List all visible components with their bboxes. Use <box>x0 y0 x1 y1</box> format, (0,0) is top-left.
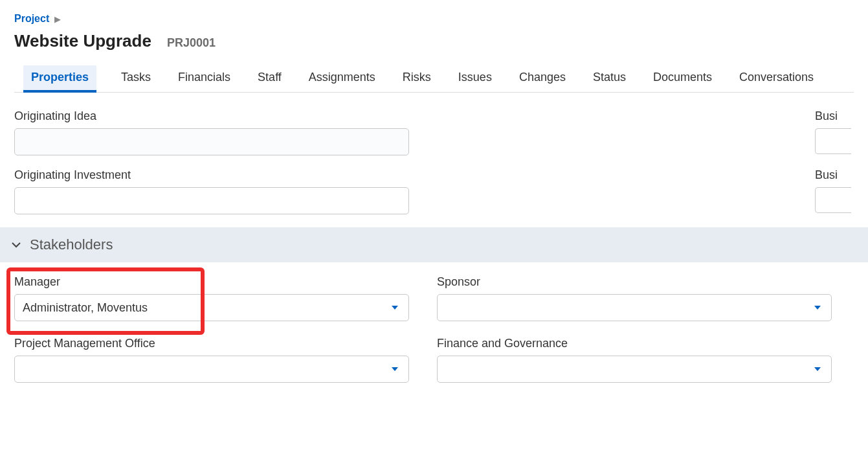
section-header-stakeholders: Stakeholders <box>0 227 868 262</box>
chevron-down-icon[interactable] <box>12 240 21 250</box>
field-finance: Finance and Governance <box>437 337 841 383</box>
caret-down-icon <box>813 366 822 372</box>
label-sponsor: Sponsor <box>437 275 841 289</box>
stakeholder-grid: Manager Administrator, Moventus Sponsor … <box>14 275 854 383</box>
dropdown-manager-value: Administrator, Moventus <box>23 301 148 315</box>
caret-down-icon <box>390 366 399 372</box>
breadcrumb-project-link[interactable]: Project <box>14 13 49 25</box>
section-title-stakeholders: Stakeholders <box>30 236 113 253</box>
tab-issues[interactable]: Issues <box>456 65 495 92</box>
dropdown-manager[interactable]: Administrator, Moventus <box>14 294 409 321</box>
tab-bar: Properties Tasks Financials Staff Assign… <box>14 65 854 93</box>
label-finance: Finance and Governance <box>437 337 841 350</box>
tab-documents[interactable]: Documents <box>651 65 715 92</box>
label-pmo: Project Management Office <box>14 337 419 350</box>
row-originating-idea: Originating Idea Busi <box>14 109 854 155</box>
label-partial-right-2: Busi <box>815 168 854 182</box>
page-title: Website Upgrade <box>14 31 151 51</box>
tab-tasks[interactable]: Tasks <box>118 65 153 92</box>
field-manager: Manager Administrator, Moventus <box>14 275 419 321</box>
row-originating-investment: Originating Investment Busi <box>14 168 854 214</box>
dropdown-pmo[interactable] <box>14 356 409 383</box>
input-partial-right-2[interactable] <box>815 187 851 213</box>
label-originating-idea: Originating Idea <box>14 109 419 123</box>
tab-staff[interactable]: Staff <box>255 65 284 92</box>
caret-down-icon <box>813 304 822 311</box>
dropdown-sponsor[interactable] <box>437 294 832 321</box>
input-originating-idea[interactable] <box>14 128 409 155</box>
field-pmo: Project Management Office <box>14 337 419 383</box>
project-code: PRJ0001 <box>167 36 216 50</box>
tab-conversations[interactable]: Conversations <box>737 65 816 92</box>
tab-properties[interactable]: Properties <box>23 65 96 92</box>
label-manager: Manager <box>14 275 419 289</box>
tab-status[interactable]: Status <box>590 65 629 92</box>
tab-changes[interactable]: Changes <box>517 65 568 92</box>
field-sponsor: Sponsor <box>437 275 841 321</box>
label-partial-right-1: Busi <box>815 109 854 123</box>
tab-financials[interactable]: Financials <box>175 65 233 92</box>
input-originating-investment[interactable] <box>14 187 409 214</box>
dropdown-finance[interactable] <box>437 356 832 383</box>
title-row: Website Upgrade PRJ0001 <box>14 31 854 51</box>
tab-assignments[interactable]: Assignments <box>306 65 378 92</box>
page-container: Project ▶ Website Upgrade PRJ0001 Proper… <box>0 0 868 402</box>
caret-down-icon <box>390 304 399 311</box>
label-originating-investment: Originating Investment <box>14 168 419 182</box>
input-partial-right-1[interactable] <box>815 128 851 154</box>
breadcrumb: Project ▶ <box>14 13 854 25</box>
tab-risks[interactable]: Risks <box>400 65 434 92</box>
chevron-right-icon: ▶ <box>54 14 61 24</box>
